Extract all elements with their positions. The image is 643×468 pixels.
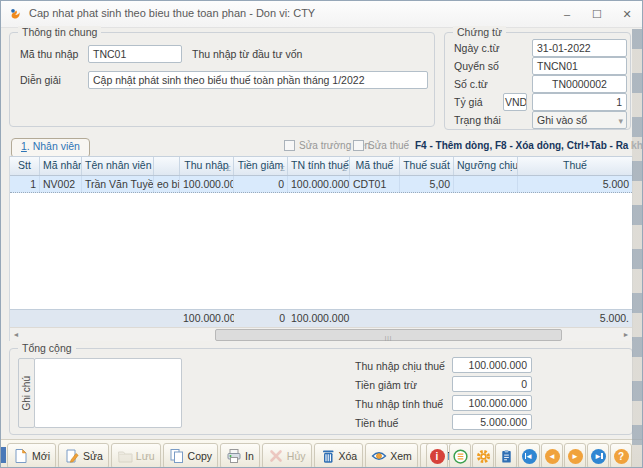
background-window-edge <box>632 29 642 467</box>
col-header-employee-name[interactable]: Tên nhân viên <box>82 157 154 175</box>
help-button[interactable]: ? <box>610 443 632 468</box>
app-logo-icon <box>9 7 23 21</box>
currency-field[interactable]: VND <box>503 93 527 111</box>
scroll-left-icon[interactable]: ◄ <box>10 328 22 340</box>
doc-number-label: Số c.từ <box>454 78 488 90</box>
copy-button[interactable]: Copy <box>163 443 219 468</box>
close-button[interactable]: ✕ <box>612 1 642 27</box>
view-button[interactable]: Xem <box>365 443 418 468</box>
delete-button[interactable]: Xóa <box>314 443 364 468</box>
table-empty-area[interactable] <box>10 193 632 309</box>
col-header-tax-code[interactable]: Mã thuế <box>350 157 400 175</box>
total-income: 100.000.000 <box>180 310 234 327</box>
save-button: Lưu <box>111 443 161 468</box>
cell-desc-fragment[interactable]: eo biể <box>154 176 180 192</box>
note-textarea[interactable] <box>34 358 182 428</box>
doc-book-label: Quyển số <box>454 60 499 72</box>
settings-button[interactable] <box>472 443 494 468</box>
cell-taxable-income[interactable]: 100.000.000 <box>288 176 350 192</box>
minimize-button[interactable]: – <box>552 1 582 27</box>
edit-button[interactable]: Sửa <box>58 443 109 468</box>
list-icon <box>453 449 468 464</box>
edit-tax-checkbox[interactable] <box>353 140 364 151</box>
info-icon: i <box>430 449 445 464</box>
window-title: Cap nhat phat sinh theo bieu thue toan p… <box>29 7 315 19</box>
print-icon <box>226 448 242 464</box>
info-button[interactable]: i <box>426 443 448 468</box>
keyboard-hint: F4 - Thêm dòng, F8 - Xóa dòng, Ctrl+Tab … <box>415 140 633 151</box>
print-button[interactable]: In <box>220 443 260 468</box>
tab-label: . Nhân viên <box>27 140 80 152</box>
col-header-tax[interactable]: Thuế <box>518 157 632 175</box>
scrollbar-thumb[interactable]: ||| <box>215 329 562 341</box>
general-info-legend: Thông tin chung <box>18 26 101 38</box>
cancel-button: Hủy <box>262 443 312 468</box>
gear-icon <box>476 449 491 464</box>
col-header-employee-code[interactable]: Mã nhân vi <box>40 157 82 175</box>
sum-icon: Σ <box>342 160 347 175</box>
status-value: Ghi vào sổ <box>537 114 587 126</box>
edit-tax-option: Sửa thuế <box>353 140 409 151</box>
deduction-field[interactable]: 0 <box>452 376 532 392</box>
cell-tax-rate[interactable]: 5,00 <box>400 176 454 192</box>
cancel-x-icon <box>268 448 284 464</box>
taxable-income-field[interactable]: 100.000.000 <box>452 357 532 373</box>
col-header-tax-rate[interactable]: Thuế suất <box>400 157 454 175</box>
col-header-taxable-income[interactable]: TN tính thuếΣ <box>288 157 350 175</box>
cell-stt[interactable]: 1 <box>10 176 40 192</box>
copy-icon <box>169 448 185 464</box>
exchange-rate-label: Tỷ giá <box>454 96 483 108</box>
horizontal-scrollbar[interactable]: ◄ ||| ► <box>10 327 632 341</box>
list-button[interactable] <box>449 443 471 468</box>
cell-deduction[interactable]: 0 <box>234 176 288 192</box>
first-record-button[interactable]: ◄ <box>518 443 540 468</box>
new-button[interactable]: Mới <box>7 443 56 468</box>
edit-icon <box>64 448 80 464</box>
status-label: Trạng thái <box>454 114 501 126</box>
income-code-input[interactable]: TNC01 <box>88 45 182 63</box>
summary-groupbox: Tổng cộng Ghi chú Thu nhập chịu thuế 100… <box>9 348 633 435</box>
cell-tax-code[interactable]: CDT01 <box>350 176 400 192</box>
trash-icon <box>320 448 336 464</box>
tab-nhan-vien[interactable]: 1. Nhân viên <box>11 138 90 158</box>
col-header-deduction[interactable]: Tiền giảmΣ <box>234 157 288 175</box>
edit-money-checkbox[interactable] <box>284 140 295 151</box>
cell-income[interactable]: 100.000.000 <box>180 176 234 192</box>
maximize-button[interactable]: ☐ <box>582 1 612 27</box>
next-record-button[interactable]: ► <box>564 443 586 468</box>
taxable-income-label: Thu nhập chịu thuế <box>355 360 445 372</box>
app-window: Cap nhat phat sinh theo bieu thue toan p… <box>0 0 643 468</box>
edit-tax-label: Sửa thuế <box>368 140 409 151</box>
col-header-income[interactable]: Thu nhậpΣ <box>180 157 234 175</box>
total-tax: 5.000. <box>518 310 632 327</box>
cell-employee-name[interactable]: Trần Văn Tuyền <box>82 176 154 192</box>
col-header-hidden[interactable] <box>154 157 180 175</box>
cell-employee-code[interactable]: NV002 <box>40 176 82 192</box>
tax-calc-income-field[interactable]: 100.000.000 <box>452 395 532 411</box>
title-bar[interactable]: Cap nhat phat sinh theo bieu thue toan p… <box>1 1 642 28</box>
doc-number-input[interactable]: TN0000002 <box>532 75 627 93</box>
report-button[interactable] <box>495 443 517 468</box>
tax-calc-income-label: Thu nhập tính thuế <box>355 398 443 410</box>
description-input[interactable]: Cập nhật phát sinh theo biểu thuế toàn p… <box>88 71 428 89</box>
exchange-rate-input[interactable]: 1 <box>532 93 627 111</box>
doc-date-input[interactable]: 31-01-2022 <box>532 39 627 57</box>
summary-legend: Tổng cộng <box>18 342 76 354</box>
first-record-icon: ◄ <box>522 449 537 464</box>
col-header-threshold[interactable]: Ngưỡng chịu th <box>454 157 518 175</box>
scroll-right-icon[interactable]: ► <box>620 328 632 340</box>
previous-record-button[interactable]: ◄ <box>541 443 563 468</box>
cell-tax[interactable]: 5.000 <box>518 176 632 192</box>
bottom-toolbar: Mới Sửa Lưu Copy In Hủy <box>1 439 642 468</box>
status-dropdown[interactable]: Ghi vào sổ ▾ <box>532 111 627 129</box>
document-groupbox: Chứng từ Ngày c.từ 31-01-2022 Quyển số T… <box>444 32 631 130</box>
tax-amount-field[interactable]: 5.000.000 <box>452 414 532 430</box>
doc-book-input[interactable]: TNCN01 <box>532 57 627 75</box>
note-label-box: Ghi chú <box>18 358 35 428</box>
clipboard-icon <box>499 449 514 464</box>
last-record-button[interactable]: ► <box>587 443 609 468</box>
table-row[interactable]: 1 NV002 Trần Văn Tuyền eo biể 100.000.00… <box>10 176 632 193</box>
cell-threshold[interactable] <box>454 176 518 192</box>
toolbar-buttons: Mới Sửa Lưu Copy In Hủy <box>7 443 469 468</box>
col-header-stt[interactable]: Stt <box>10 157 40 175</box>
